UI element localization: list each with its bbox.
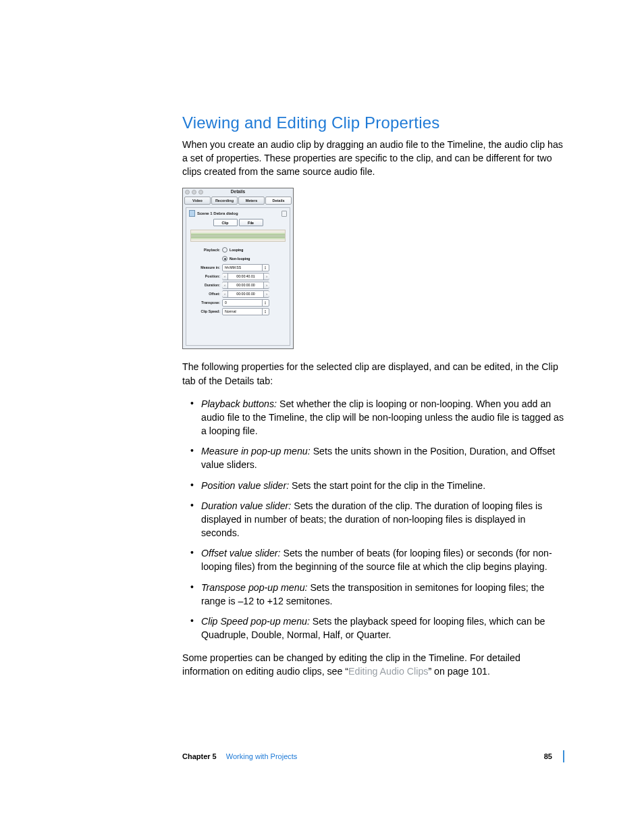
radio-non-looping[interactable]: [222, 256, 227, 261]
page-footer: Chapter 5 Working with Projects 85: [182, 750, 564, 762]
label-playback: Playback:: [186, 248, 222, 252]
clip-name: Scene 1 Debra dialog: [189, 210, 238, 217]
list-item: Playback buttons: Set whether the clip i…: [193, 397, 564, 438]
outro-paragraph: Some properties can be changed by editin…: [182, 651, 564, 678]
list-item: Position value slider: Sets the start po…: [193, 479, 564, 492]
label-position: Position:: [186, 274, 222, 278]
duration-stepper[interactable]: 00:00:00.00: [222, 282, 269, 289]
footer-chapter-title: Working with Projects: [226, 752, 298, 760]
intro-paragraph: When you create an audio clip by draggin…: [182, 138, 564, 178]
property-rows: Playback: Looping Non-looping Measure in…: [186, 246, 290, 316]
transpose-select[interactable]: 0▴▾: [222, 299, 269, 307]
radio-looping-label: Looping: [230, 248, 243, 252]
label-offset: Offset:: [186, 292, 222, 296]
footer-page-number: 85: [544, 752, 552, 760]
list-item: Clip Speed pop-up menu: Sets the playbac…: [193, 615, 564, 642]
clip-icon: [189, 210, 195, 217]
list-item: Duration value slider: Sets the duration…: [193, 499, 564, 540]
tab-video[interactable]: Video: [184, 197, 211, 205]
label-measure: Measure in:: [186, 265, 222, 269]
lock-icon[interactable]: [281, 211, 287, 217]
subtab-clip[interactable]: Clip: [213, 219, 238, 226]
tab-recording[interactable]: Recording: [211, 197, 238, 205]
label-duration: Duration:: [186, 283, 222, 287]
lead-out-paragraph: The following properties for the selecte…: [182, 360, 564, 387]
clip-speed-select[interactable]: Normal▴▾: [222, 308, 269, 315]
panel-inner: Scene 1 Debra dialog Clip File Playback:…: [186, 207, 290, 346]
top-tabs: Video Recording Meters Details: [184, 197, 292, 205]
subtab-file[interactable]: File: [239, 219, 263, 226]
window-title: Details: [183, 189, 293, 194]
tab-meters[interactable]: Meters: [238, 197, 265, 205]
offset-stepper[interactable]: 00:00:00.00: [222, 290, 269, 298]
sub-tabs: Clip File: [186, 219, 290, 226]
tab-details[interactable]: Details: [265, 197, 292, 205]
document-page: Viewing and Editing Clip Properties When…: [0, 0, 644, 834]
property-list: Playback buttons: Set whether the clip i…: [182, 397, 564, 642]
list-item: Transpose pop-up menu: Sets the transpos…: [193, 581, 564, 608]
cross-ref-link[interactable]: Editing Audio Clips: [348, 666, 428, 677]
measure-select[interactable]: hh:MM:SS▴▾: [222, 264, 269, 271]
section-heading: Viewing and Editing Clip Properties: [182, 113, 564, 132]
list-item: Measure in pop-up menu: Sets the units s…: [193, 444, 564, 471]
radio-non-looping-label: Non-looping: [230, 257, 250, 261]
radio-looping[interactable]: [222, 247, 227, 253]
waveform-preview: [190, 230, 286, 242]
details-panel-screenshot: Details Video Recording Meters Details S…: [182, 188, 294, 349]
label-clip-speed: Clip Speed:: [186, 309, 222, 313]
clip-name-text: Scene 1 Debra dialog: [197, 211, 238, 215]
list-item: Offset value slider: Sets the number of …: [193, 546, 564, 573]
footer-chapter: Chapter 5: [182, 752, 217, 760]
position-stepper[interactable]: 00:00:40.01: [222, 273, 269, 280]
label-transpose: Transpose:: [186, 301, 222, 305]
